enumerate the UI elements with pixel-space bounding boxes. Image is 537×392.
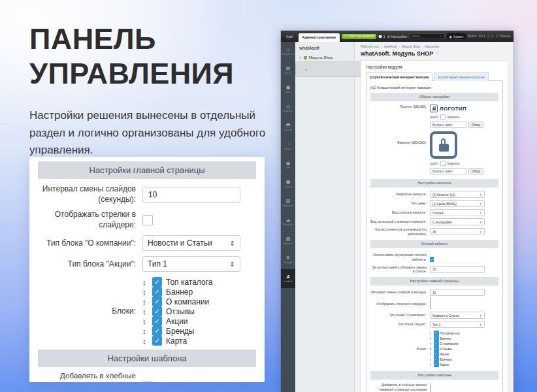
browse-button[interactable]: Обзор [468, 168, 483, 174]
drag-handle-icon[interactable]: ↕ [142, 327, 148, 335]
about-block-select[interactable]: Новости и Статьи ⇕ [142, 235, 240, 251]
select-arrows-icon: ⇕ [480, 314, 482, 318]
delete-checkbox[interactable] [440, 161, 446, 166]
sidebar-item-bitrix24[interactable]: ▧Битрикс24 [281, 231, 295, 250]
site-protected-button[interactable]: 🛡 Сайт под защитой [342, 34, 376, 39]
tab-s1[interactable]: [s1] Классический интернет магазин [366, 73, 432, 81]
browse-button[interactable]: Обзор [468, 122, 483, 128]
search-input[interactable]: поиск... ⌕ [409, 33, 445, 39]
notifications-button[interactable]: 💬 1 [378, 35, 385, 39]
arrows-checkbox[interactable] [430, 297, 431, 310]
catalog-iblock-select[interactable]: [2] Каталог [s1]⇕ [430, 191, 485, 198]
sidebar-item-services[interactable]: ▦Сервисы [281, 174, 295, 193]
user-menu[interactable]: ◉ Админ [447, 33, 466, 39]
block-checkbox[interactable]: ✓ [434, 336, 439, 341]
sidebar-item-desktop[interactable]: ⌂Рабочий стол [281, 42, 295, 61]
block-item: ↕✓Бренды [142, 327, 212, 335]
sidebar-item-sites[interactable]: ▣Сайты [281, 80, 295, 99]
drag-handle-icon[interactable]: ↕ [142, 318, 148, 325]
block-checkbox[interactable]: ✓ [152, 277, 162, 287]
block-checkbox[interactable]: ✓ [434, 346, 439, 351]
breadcrumb-item[interactable]: whatAsoft [384, 45, 397, 48]
sidebar-item-marketing[interactable]: ◎Маркетинг [281, 99, 295, 118]
account-days-input[interactable]: 30 [430, 266, 485, 273]
block-checkbox[interactable]: ✓ [152, 297, 162, 306]
drag-handle-icon[interactable]: ↕ [430, 363, 432, 367]
tab-site[interactable]: Сайт [284, 33, 297, 40]
panel-title: Настройки модуля [366, 65, 503, 69]
breadcrumb-item[interactable]: Модуль Shop [402, 45, 420, 48]
file-link[interactable]: файл [430, 161, 438, 165]
target-icon: ◉ [286, 161, 290, 166]
block-checkbox[interactable]: ✓ [434, 341, 439, 346]
block-checkbox[interactable]: ✓ [152, 316, 162, 326]
choose-file-input[interactable]: Выбрать файл [430, 122, 466, 128]
block-checkbox[interactable]: ✓ [152, 336, 162, 346]
drag-handle-icon[interactable]: ↕ [430, 342, 432, 346]
sidebar-item-settings[interactable]: ⚙Настройки [281, 250, 295, 269]
slide-interval-input[interactable] [142, 187, 240, 203]
tab-s2[interactable]: [s2] Интернет магазин игрушек [434, 73, 488, 81]
drag-handle-icon[interactable]: ↕ [142, 288, 148, 296]
tab-administration[interactable]: Администрирование [299, 33, 340, 42]
document-icon: ▤ [286, 66, 291, 71]
promo-block-select[interactable]: Тип 1 ⇕ [142, 256, 240, 272]
price-type-select[interactable]: [1] Цена (BASE)⇕ [430, 200, 485, 207]
select-value: Новости и Статьи [148, 238, 212, 248]
sidebar-item-marketplace[interactable]: ☁Marketplace [281, 212, 295, 231]
drag-handle-icon[interactable]: ↕ [142, 298, 148, 306]
logo-preview: ЛОГОТИП [430, 105, 498, 112]
block-checkbox[interactable]: ✓ [434, 362, 439, 367]
slide-interval-input[interactable]: 10 [430, 289, 485, 296]
list-view-select[interactable]: Плитка⇕ [430, 209, 485, 216]
block-checkbox[interactable]: ✓ [434, 357, 439, 362]
sidebar-item-analytics[interactable]: ▥Аналитика [281, 193, 295, 212]
about-block-select[interactable]: Новости и Статьи⇕ [430, 312, 485, 319]
help-button[interactable]: ❓ Помощь [495, 35, 511, 38]
promo-block-select[interactable]: Тип 1⇕ [430, 321, 485, 328]
logo-bag-icon [430, 105, 438, 112]
choose-file-input[interactable]: Выбрать файл [430, 168, 466, 174]
delete-checkbox[interactable] [440, 114, 446, 120]
drag-handle-icon[interactable]: ↕ [142, 337, 148, 345]
breadcrumb-option-checkbox[interactable] [142, 381, 153, 382]
field-label: Отображать стрелки в слайдере: [38, 210, 142, 230]
drag-handle-icon[interactable]: ↕ [430, 347, 432, 351]
favorite-star-icon[interactable]: ☆ [435, 51, 439, 56]
block-checkbox[interactable]: ✓ [434, 331, 439, 336]
drag-handle-icon[interactable]: ↕ [430, 336, 432, 340]
sidebar-item-crm[interactable]: ◉CRM [281, 155, 295, 174]
template-breadcrumb-checkbox[interactable] [430, 383, 431, 392]
breadcrumb-item[interactable]: Рабочий стол [361, 45, 379, 48]
drag-handle-icon[interactable]: ↕ [430, 331, 432, 335]
info-icon[interactable]: ℹ [492, 35, 493, 38]
detail-view-select[interactable]: С вкладками⇕ [430, 218, 485, 225]
home-icon: ⌂ [287, 47, 289, 52]
drag-handle-icon[interactable]: ↕ [430, 357, 432, 361]
logout-link[interactable]: Выйти [468, 35, 476, 38]
tree-item-module-shop[interactable]: ▸ Модуль Shop [295, 54, 354, 61]
elements-count-select[interactable]: 15⇕ [430, 228, 485, 235]
sidebar-item-clients[interactable]: ◔Клиенты [281, 137, 295, 155]
settings-button[interactable]: ⚙ Настройки [387, 35, 408, 39]
sidebar-item-content[interactable]: ▤Контент [281, 61, 295, 80]
field-label: Добавлять в хлебные крошки название стра… [38, 371, 142, 382]
language-select[interactable]: RU ▾ [478, 35, 485, 38]
arrows-checkbox[interactable] [142, 215, 153, 225]
block-checkbox[interactable]: ✓ [152, 287, 162, 297]
sidebar-item-shop[interactable]: ⬒Магазин [281, 118, 295, 137]
block-checkbox[interactable]: ✓ [434, 351, 439, 357]
block-checkbox[interactable]: ✓ [152, 326, 162, 336]
drag-handle-icon[interactable]: ↕ [142, 308, 148, 316]
panel-toggle-icon[interactable]: ▢ [487, 35, 490, 38]
sidebar-item-whatasoft[interactable]: AwhatAsoft [281, 269, 295, 288]
admin-sidebar-rail: ⌂Рабочий стол ▤Контент ▣Сайты ◎Маркетинг… [281, 42, 295, 392]
file-link[interactable]: файл [430, 115, 438, 119]
block-checkbox[interactable]: ✓ [152, 306, 162, 316]
drag-handle-icon[interactable]: ↕ [430, 352, 432, 356]
drag-handle-icon[interactable]: ↕ [142, 278, 148, 286]
breadcrumb-item[interactable]: Настройки [425, 45, 439, 48]
row-about-block: Тип блока "О компании": Новости и Статьи… [370, 312, 498, 319]
account-use-checkbox[interactable]: ✓ [430, 257, 434, 262]
search-icon: ⌕ [440, 35, 442, 38]
